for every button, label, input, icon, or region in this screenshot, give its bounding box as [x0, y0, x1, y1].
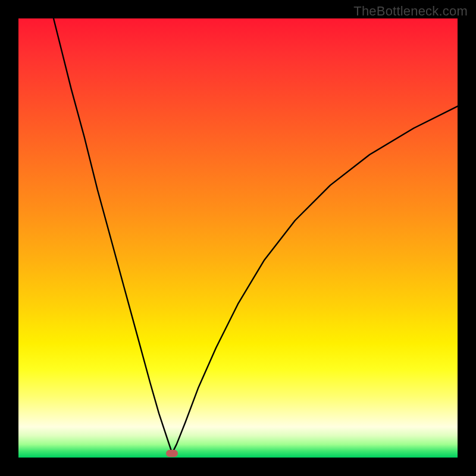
optimum-marker — [166, 450, 178, 457]
watermark-text: TheBottleneck.com — [353, 4, 468, 19]
bottleneck-curve — [18, 18, 458, 458]
chart-plot-area — [18, 18, 458, 458]
